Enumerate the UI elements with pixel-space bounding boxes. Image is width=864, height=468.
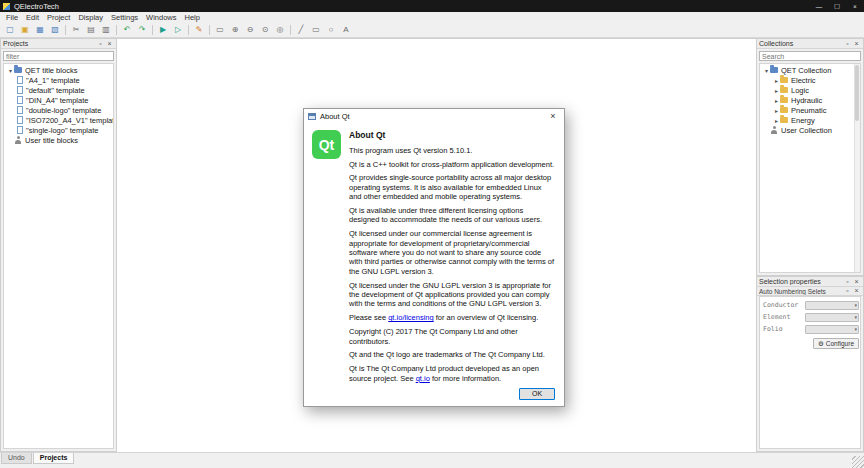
tree-item-label: QET title blocks: [25, 66, 77, 75]
tree-item-qet-title-blocks[interactable]: ▾ QET title blocks: [4, 65, 113, 75]
autonumbering-title: Auto Numbering Selets: [759, 288, 843, 295]
tree-item-template[interactable]: "double-logo" template: [4, 105, 113, 115]
tree-item-logic[interactable]: ▸ Logic: [760, 85, 860, 95]
cut-button[interactable]: ✂: [69, 23, 83, 36]
add-rectangle-button[interactable]: ▭: [309, 23, 323, 36]
save-button[interactable]: ▦: [33, 23, 47, 36]
redo-button[interactable]: ↷: [135, 23, 149, 36]
chevron-right-icon[interactable]: ▸: [773, 97, 780, 104]
tree-item-template[interactable]: "ISO7200_A4_V1" template: [4, 115, 113, 125]
zoom-in-button[interactable]: ⊕: [228, 23, 242, 36]
close-icon[interactable]: ×: [852, 39, 861, 48]
toolbar: ▢ ▣ ▦ ▧ ✂ ▤ ▥ ↶ ↷ ▶ ▷ ✎ ▭ ⊕ ⊖ ⊙ ◎ ╱ ▭ ○ …: [0, 22, 864, 38]
projects-filter-input[interactable]: [3, 51, 114, 61]
tree-item-electric[interactable]: ▸ Electric: [760, 75, 860, 85]
float-icon[interactable]: ▫: [843, 277, 852, 286]
save-as-button[interactable]: ▧: [48, 23, 62, 36]
tree-item-user-collection[interactable]: User Collection: [760, 125, 860, 135]
tree-item-label: "single-logo" template: [26, 126, 98, 135]
qt-io-link[interactable]: qt.io: [416, 374, 430, 383]
minimize-button[interactable]: —: [810, 0, 828, 12]
draw-button[interactable]: ✎: [192, 23, 206, 36]
close-icon[interactable]: ×: [852, 287, 861, 296]
add-ellipse-button[interactable]: ○: [324, 23, 338, 36]
right-dock-column: Collections ▫ × ▾ QET Collection ▸ Elect…: [756, 38, 864, 452]
tree-item-template[interactable]: "single-logo" template: [4, 125, 113, 135]
element-dropdown[interactable]: ▾: [805, 313, 859, 322]
menu-file[interactable]: File: [2, 13, 22, 22]
window-title: QElectroTech: [14, 2, 59, 11]
add-text-button[interactable]: A: [339, 23, 353, 36]
tree-item-user-title-blocks[interactable]: User title blocks: [4, 135, 113, 145]
tree-item-label: User Collection: [781, 126, 832, 135]
collections-search-input[interactable]: [759, 51, 861, 61]
collections-scrollbar[interactable]: [854, 64, 860, 272]
float-icon[interactable]: ▫: [843, 287, 852, 296]
configure-button[interactable]: ⚙ Configure: [813, 338, 859, 349]
tree-item-qet-collection[interactable]: ▾ QET Collection: [760, 65, 860, 75]
tree-item-template[interactable]: "A4_1" template: [4, 75, 113, 85]
titlebar: QElectroTech — ▢ ×: [0, 0, 864, 12]
run-button[interactable]: ▶: [156, 23, 170, 36]
tree-item-template[interactable]: "DIN_A4" template: [4, 95, 113, 105]
chevron-right-icon[interactable]: ▸: [773, 87, 780, 94]
add-line-button[interactable]: ╱: [294, 23, 308, 36]
dialog-footer: OK: [349, 388, 555, 400]
menu-windows[interactable]: Windows: [142, 13, 180, 22]
paste-button[interactable]: ▥: [99, 23, 113, 36]
tab-undo[interactable]: Undo: [1, 453, 32, 464]
close-button[interactable]: ×: [846, 0, 864, 12]
tree-item-label: "DIN_A4" template: [26, 96, 88, 105]
dock-tabs: Undo Projects: [1, 453, 75, 464]
dialog-titlebar[interactable]: About Qt ×: [304, 109, 564, 123]
float-icon[interactable]: ▫: [843, 39, 852, 48]
collections-panel-title: Collections: [759, 40, 843, 47]
tree-item-template[interactable]: "default" template: [4, 85, 113, 95]
close-icon[interactable]: ×: [852, 277, 861, 286]
link-pre-text: Please see: [349, 313, 388, 322]
scrollbar-thumb[interactable]: [855, 65, 859, 121]
menu-display[interactable]: Display: [74, 13, 107, 22]
chevron-right-icon[interactable]: ▸: [773, 117, 780, 124]
open-project-button[interactable]: ▣: [18, 23, 32, 36]
qelectrotech-window: QElectroTech — ▢ × File Edit Project Dis…: [0, 0, 864, 468]
run-folio-button[interactable]: ▷: [171, 23, 185, 36]
zoom-out-button[interactable]: ⊖: [243, 23, 257, 36]
dialog-paragraph: This program uses Qt version 5.10.1.: [349, 146, 555, 155]
resize-grip[interactable]: [852, 456, 864, 468]
zoom-fit-button[interactable]: ⊙: [258, 23, 272, 36]
menu-edit[interactable]: Edit: [22, 13, 43, 22]
select-mode-button[interactable]: ▭: [213, 23, 227, 36]
configure-label: Configure: [826, 340, 854, 347]
ok-button[interactable]: OK: [519, 388, 555, 400]
folio-dropdown[interactable]: ▾: [805, 325, 859, 334]
conductor-dropdown[interactable]: ▾: [805, 301, 859, 310]
undo-button[interactable]: ↶: [120, 23, 134, 36]
float-icon[interactable]: ▫: [96, 39, 105, 48]
tree-item-label: "ISO7200_A4_V1" template: [26, 116, 114, 125]
maximize-button[interactable]: ▢: [828, 0, 846, 12]
template-icon: [17, 116, 23, 124]
chevron-right-icon[interactable]: ▸: [773, 77, 780, 84]
dialog-paragraph: Qt licensed under our commercial license…: [349, 229, 555, 276]
new-project-button[interactable]: ▢: [3, 23, 17, 36]
tree-item-energy[interactable]: ▸ Energy: [760, 115, 860, 125]
tree-item-label: Logic: [791, 86, 809, 95]
element-label: Element: [763, 313, 805, 321]
tree-item-hydraulic[interactable]: ▸ Hydraulic: [760, 95, 860, 105]
menu-help[interactable]: Help: [181, 13, 204, 22]
user-icon: [14, 136, 22, 144]
chevron-right-icon[interactable]: ▸: [773, 107, 780, 114]
chevron-down-icon[interactable]: ▾: [7, 67, 14, 74]
chevron-down-icon: ▾: [854, 302, 857, 308]
menu-settings[interactable]: Settings: [107, 13, 142, 22]
close-icon[interactable]: ×: [105, 39, 114, 48]
dialog-close-button[interactable]: ×: [542, 109, 564, 123]
menu-project[interactable]: Project: [43, 13, 74, 22]
zoom-reset-button[interactable]: ◎: [273, 23, 287, 36]
chevron-down-icon[interactable]: ▾: [763, 67, 770, 74]
copy-button[interactable]: ▤: [84, 23, 98, 36]
tree-item-pneumatic[interactable]: ▸ Pneumatic: [760, 105, 860, 115]
tab-projects[interactable]: Projects: [33, 453, 75, 464]
qt-licensing-link[interactable]: qt.io/licensing: [388, 313, 433, 322]
